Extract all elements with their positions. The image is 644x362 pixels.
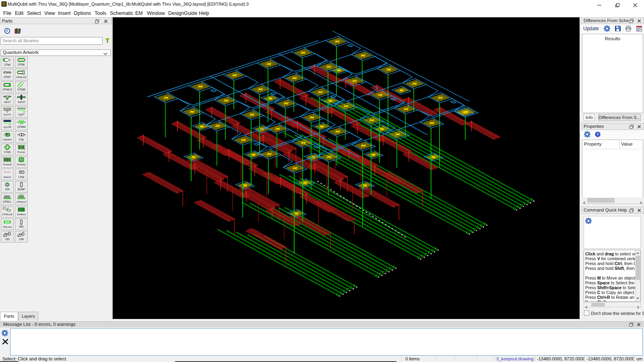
svg-text:?: ? [597,132,599,136]
